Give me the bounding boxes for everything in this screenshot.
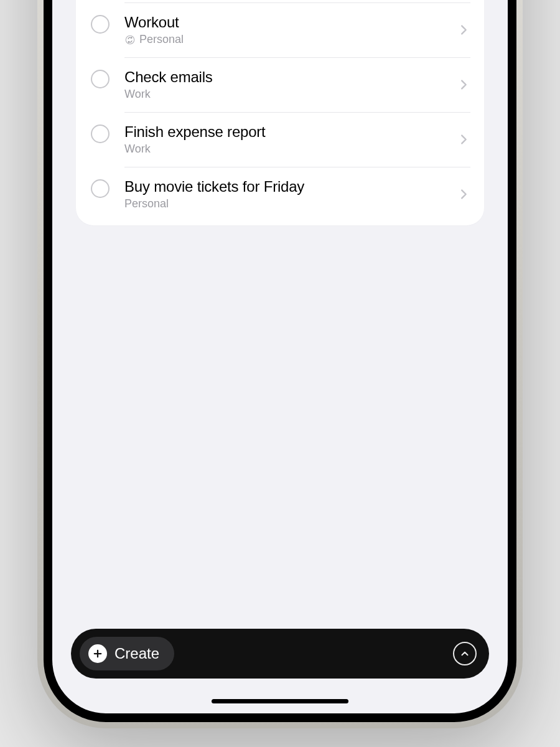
task-main: Finish expense reportWork xyxy=(124,123,450,156)
task-category-label: Work xyxy=(124,143,151,156)
task-main: Check emailsWork xyxy=(124,68,450,101)
task-title: Buy movie tickets for Friday xyxy=(124,178,450,195)
task-row[interactable]: Buy movie tickets for FridayPersonal xyxy=(76,167,484,222)
create-button[interactable]: Create xyxy=(80,637,174,670)
phone-frame: Sunday Week 19 May 12 Tasks Call TimWork… xyxy=(37,0,523,728)
task-row[interactable]: WorkoutPersonal xyxy=(76,2,484,57)
task-category-label: Personal xyxy=(139,33,184,46)
task-title: Workout xyxy=(124,14,450,31)
bottom-bar: Create xyxy=(71,629,489,679)
task-checkbox[interactable] xyxy=(91,70,110,88)
task-category: Personal xyxy=(124,33,450,46)
app-screen: Sunday Week 19 May 12 Tasks Call TimWork… xyxy=(52,0,508,713)
task-checkbox[interactable] xyxy=(91,125,110,143)
chevron-right-icon xyxy=(457,78,470,92)
chevron-up-icon xyxy=(459,648,470,659)
task-row[interactable]: Check emailsWork xyxy=(76,57,484,112)
task-disclosure[interactable] xyxy=(457,78,470,92)
task-category-label: Personal xyxy=(124,197,169,210)
task-category-label: Work xyxy=(124,88,151,101)
tasks-list: Call TimWorkWorkoutPersonalCheck emailsW… xyxy=(76,0,484,225)
task-main: WorkoutPersonal xyxy=(124,14,450,46)
chevron-right-icon xyxy=(457,187,470,201)
task-checkbox[interactable] xyxy=(91,15,110,34)
task-disclosure[interactable] xyxy=(457,187,470,201)
task-disclosure[interactable] xyxy=(457,23,470,37)
repeat-icon xyxy=(124,34,136,45)
plus-icon xyxy=(88,644,107,663)
task-title: Finish expense report xyxy=(124,123,450,141)
home-indicator[interactable] xyxy=(212,699,348,703)
repeat-icon xyxy=(124,34,136,45)
task-category: Work xyxy=(124,143,450,156)
task-main: Buy movie tickets for FridayPersonal xyxy=(124,178,450,210)
task-category: Personal xyxy=(124,197,450,210)
chevron-right-icon xyxy=(457,23,470,37)
task-disclosure[interactable] xyxy=(457,133,470,146)
create-button-label: Create xyxy=(114,645,159,662)
svg-point-0 xyxy=(126,35,134,44)
task-title: Check emails xyxy=(124,68,450,86)
task-category: Work xyxy=(124,88,450,101)
chevron-right-icon xyxy=(457,133,470,146)
task-checkbox[interactable] xyxy=(91,179,110,198)
task-row[interactable]: Finish expense reportWork xyxy=(76,112,484,167)
expand-up-button[interactable] xyxy=(453,642,477,665)
